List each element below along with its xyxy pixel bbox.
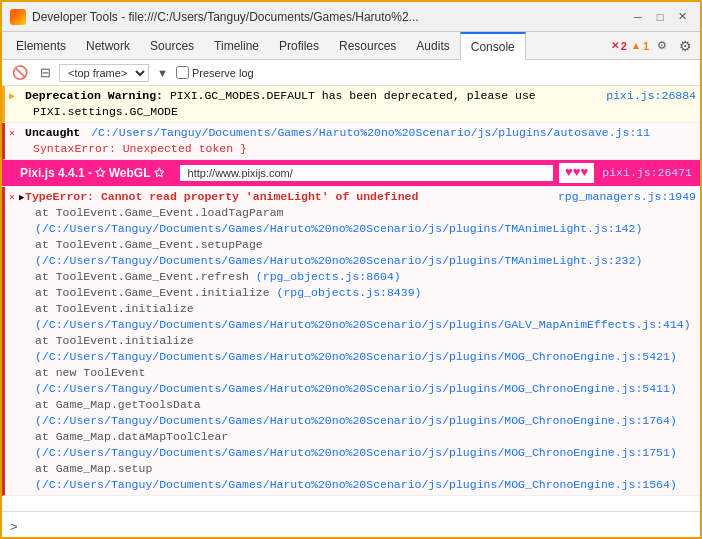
tab-sources[interactable]: Sources — [140, 32, 204, 60]
console-row-typeerror: ✕ ▶ TypeError: Cannot read property 'ani… — [2, 187, 700, 496]
uncaught-label: Uncaught — [25, 126, 80, 139]
error-x-icon: ✕ — [9, 126, 15, 142]
error-badge: ✕ 2 — [611, 40, 627, 52]
uncaught-file-link[interactable]: /C:/Users/Tanguy/Documents/Games/Haruto%… — [91, 126, 650, 139]
syntax-error-text: SyntaxError: Unexpected token } — [25, 142, 247, 155]
console-row-pixi: Pixi.js 4.4.1 - ✩ WebGL ✩ ♥♥♥ pixi.js:26… — [2, 160, 700, 187]
devtools-icon — [10, 9, 26, 25]
type-error-file-link[interactable]: rpg_managers.js:1949 — [558, 189, 696, 205]
error-x-icon2: ✕ — [9, 190, 15, 206]
stack-line: at Game_Map.getToolsData — [35, 398, 201, 411]
stack-line: at ToolEvent.initialize — [35, 334, 194, 347]
stack-line: at ToolEvent.Game_Event.initialize (rpg_… — [35, 286, 421, 299]
close-button[interactable]: ✕ — [672, 7, 692, 27]
pixi-version-button[interactable]: Pixi.js 4.4.1 - ✩ WebGL ✩ — [10, 163, 174, 183]
stack-link[interactable]: (/C:/Users/Tanguy/Documents/Games/Haruto… — [35, 350, 677, 363]
warn-triangle-icon: ▲ — [631, 40, 641, 51]
stack-trace: at ToolEvent.Game_Event.loadTagParam (/C… — [25, 205, 696, 493]
stack-link[interactable]: (rpg_objects.js:8604) — [256, 270, 401, 283]
hearts-display: ♥♥♥ — [559, 163, 594, 183]
badge-area: ✕ 2 ▲ 1 ⚙ ⚙ — [611, 36, 696, 56]
console-input[interactable] — [24, 520, 692, 534]
tab-console[interactable]: Console — [460, 32, 526, 60]
tab-resources[interactable]: Resources — [329, 32, 406, 60]
stack-line: at ToolEvent.initialize — [35, 302, 194, 315]
console-toolbar: 🚫 ⊟ <top frame> ▼ Preserve log — [2, 60, 700, 86]
console-row-uncaught: ✕ Uncaught /C:/Users/Tanguy/Documents/Ga… — [2, 123, 700, 160]
warn-text2: PIXI.settings.GC_MODE — [25, 105, 178, 118]
expand-button[interactable]: ▼ — [153, 65, 172, 81]
error-triangle-icon: ▶ — [19, 190, 24, 206]
stack-link[interactable]: (rpg_objects.js:8439) — [277, 286, 422, 299]
filter-button[interactable]: ⊟ — [36, 63, 55, 82]
frame-selector[interactable]: <top frame> — [59, 64, 149, 82]
stack-line: at ToolEvent.Game_Event.setupPage — [35, 238, 263, 251]
stack-link[interactable]: (/C:/Users/Tanguy/Documents/Games/Haruto… — [35, 446, 677, 459]
type-error-label: TypeError: Cannot read property 'animeLi… — [25, 190, 418, 203]
warn-text: PIXI.GC_MODES.DEFAULT has been deprecate… — [170, 89, 536, 102]
warn-triangle-icon: ▶ — [9, 89, 15, 105]
clear-console-button[interactable]: 🚫 — [8, 63, 32, 82]
titlebar: Developer Tools - file:///C:/Users/Tangu… — [2, 2, 700, 32]
stack-link[interactable]: (/C:/Users/Tanguy/Documents/Games/Haruto… — [35, 382, 677, 395]
settings-button[interactable]: ⚙ — [675, 36, 696, 56]
tab-timeline[interactable]: Timeline — [204, 32, 269, 60]
console-output: ▶ Deprecation Warning: PIXI.GC_MODES.DEF… — [2, 86, 700, 511]
stack-line: at Game_Map.setup — [35, 462, 152, 475]
warn-label: Deprecation Warning: — [25, 89, 163, 102]
warn-file-link[interactable]: pixi.js:26884 — [606, 88, 696, 104]
preserve-log-checkbox[interactable] — [176, 66, 189, 79]
console-row-warn: ▶ Deprecation Warning: PIXI.GC_MODES.DEF… — [2, 86, 700, 123]
stack-line: at ToolEvent.Game_Event.loadTagParam — [35, 206, 283, 219]
filter-scripts-button[interactable]: ⚙ — [653, 37, 671, 54]
maximize-button[interactable]: □ — [650, 7, 670, 27]
stack-link[interactable]: (/C:/Users/Tanguy/Documents/Games/Haruto… — [35, 318, 691, 331]
stack-line: at ToolEvent.Game_Event.refresh (rpg_obj… — [35, 270, 401, 283]
preserve-log-label: Preserve log — [176, 66, 254, 79]
stack-link[interactable]: (/C:/Users/Tanguy/Documents/Games/Haruto… — [35, 414, 677, 427]
pixi-url-input[interactable] — [180, 165, 553, 181]
tab-bar: Elements Network Sources Timeline Profil… — [2, 32, 700, 60]
error-x-icon: ✕ — [611, 40, 619, 51]
stack-link[interactable]: (/C:/Users/Tanguy/Documents/Games/Haruto… — [35, 254, 642, 267]
window-title: Developer Tools - file:///C:/Users/Tangu… — [32, 10, 626, 24]
tab-elements[interactable]: Elements — [6, 32, 76, 60]
stack-line: at Game_Map.dataMapToolClear — [35, 430, 228, 443]
minimize-button[interactable]: ─ — [628, 7, 648, 27]
stack-link[interactable]: (/C:/Users/Tanguy/Documents/Games/Haruto… — [35, 478, 677, 491]
tab-network[interactable]: Network — [76, 32, 140, 60]
pixi-file-link[interactable]: pixi.js:26471 — [602, 165, 692, 181]
tab-audits[interactable]: Audits — [406, 32, 459, 60]
warn-badge: ▲ 1 — [631, 40, 649, 52]
console-input-bar: > — [2, 511, 700, 539]
prompt-icon: > — [10, 519, 18, 534]
stack-link[interactable]: (/C:/Users/Tanguy/Documents/Games/Haruto… — [35, 222, 642, 235]
stack-line: at new ToolEvent — [35, 366, 145, 379]
pixi-bar-left: Pixi.js 4.4.1 - ✩ WebGL ✩ ♥♥♥ — [10, 163, 594, 183]
tab-profiles[interactable]: Profiles — [269, 32, 329, 60]
